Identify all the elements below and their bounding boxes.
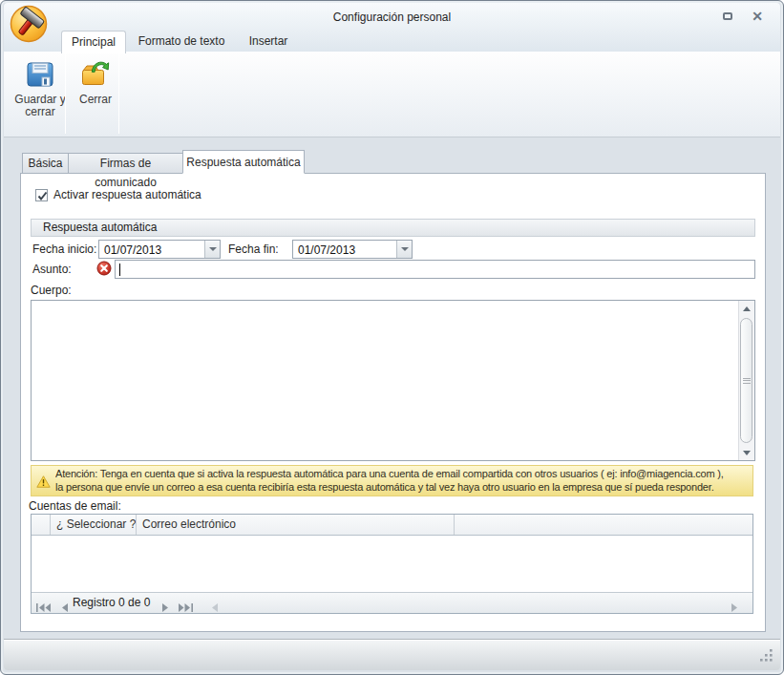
grid-header-row: ¿ Seleccionar ? Correo electrónico [32,515,752,536]
warning-triangle-icon [36,475,51,487]
scrollbar-thumb[interactable] [740,318,752,443]
vertical-scrollbar[interactable] [738,301,754,460]
guardar-label: Guardar y cerrar [12,94,68,118]
guardar-y-cerrar-button[interactable]: Guardar y cerrar [12,55,68,134]
close-button[interactable]: ✕ [749,10,766,25]
chevron-down-icon [209,247,217,251]
restore-box-icon [723,12,732,20]
cuerpo-textarea[interactable] [31,300,755,461]
status-bar [4,639,780,670]
fecha-fin-value: 01/07/2013 [298,243,355,257]
ribbon-separator [118,53,119,134]
ribbon-separator [65,53,66,134]
check-icon [36,190,49,202]
error-icon [96,261,112,276]
title-bar[interactable]: Configuración personal ✕ Principal Forma… [4,3,780,52]
grip-icon [743,378,751,384]
ribbon-tab-formato[interactable]: Formato de texto [132,31,231,53]
grid-header-seleccionar[interactable]: ¿ Seleccionar ? [51,515,137,535]
first-record-button[interactable] [36,599,51,616]
warning-banner: Atención: Tenga en cuenta que si activa … [31,465,753,496]
triangle-up-icon [743,306,751,311]
email-accounts-grid: ¿ Seleccionar ? Correo electrónico Regis… [31,514,753,614]
warning-text-line2: la persona que envíe un correo a esa cue… [55,481,749,493]
fecha-inicio-dropdown-button[interactable] [204,241,220,258]
fecha-fin-label: Fecha fin: [228,243,279,256]
text-caret [119,264,120,276]
tab-basica[interactable]: Básica [22,153,69,174]
grid-pager: Registro 0 de 0 [32,592,752,613]
triangle-down-icon [743,451,751,455]
hammer-icon[interactable] [10,4,48,44]
fecha-fin-dropdown-button[interactable] [396,241,412,258]
fecha-inicio-label: Fecha inicio: [32,243,96,256]
pager-status-text: Registro 0 de 0 [73,596,150,609]
tab-respuesta-automatica[interactable]: Respuesta automática [182,150,305,174]
group-caption: Respuesta automática [31,219,755,237]
cuerpo-label: Cuerpo: [31,284,72,297]
next-record-button[interactable] [162,599,169,616]
activar-checkbox[interactable] [35,189,48,201]
save-floppy-icon [25,59,55,90]
asunto-label: Asunto: [32,263,72,276]
ribbon-toolbar: Guardar y cerrar Cerrar [4,52,780,137]
minimize-button[interactable] [719,10,736,25]
window-title: Configuración personal [4,11,780,24]
scroll-down-button[interactable] [739,445,754,460]
folder-green-arrow-icon [80,59,111,90]
fecha-fin-combo[interactable]: 01/07/2013 [292,240,413,259]
grid-header-indicator [32,515,51,535]
scroll-right-button[interactable] [731,599,738,616]
fecha-inicio-value: 01/07/2013 [104,243,161,257]
cerrar-button[interactable]: Cerrar [73,55,118,134]
ribbon-tab-principal[interactable]: Principal [61,31,126,53]
fecha-inicio-combo[interactable]: 01/07/2013 [98,240,221,259]
tab-firmas-de-comunicado[interactable]: Firmas de comunicado [68,153,183,174]
cerrar-label: Cerrar [79,94,112,106]
respuesta-automatica-panel: Activar respuesta automática Respuesta a… [20,173,766,632]
resize-grip[interactable] [759,648,773,665]
warning-text-line1: Atención: Tenga en cuenta que si activa … [55,468,749,479]
ribbon-tab-insertar[interactable]: Insertar [239,31,298,53]
scroll-left-button[interactable] [211,599,218,616]
grid-header-filler [455,515,752,535]
dialog-window: Configuración personal ✕ Principal Forma… [0,0,784,675]
last-record-button[interactable] [179,599,193,616]
scroll-up-button[interactable] [739,301,754,316]
previous-record-button[interactable] [61,599,68,616]
grid-header-correo-electronico[interactable]: Correo electrónico [137,515,455,535]
x-icon: ✕ [752,9,763,24]
grid-body-empty[interactable] [32,536,752,592]
cuentas-de-email-label: Cuentas de email: [29,499,121,513]
asunto-input[interactable] [115,260,755,279]
chevron-down-icon [401,247,409,251]
